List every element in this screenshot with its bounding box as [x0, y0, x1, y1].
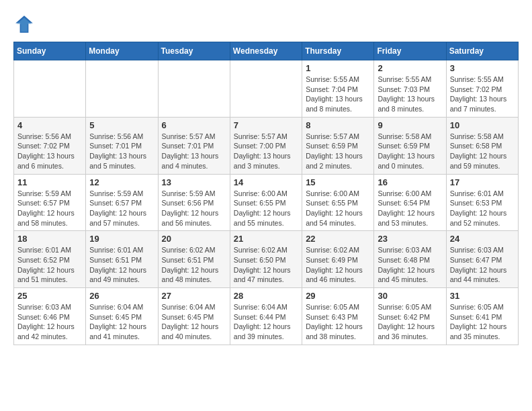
day-detail: Sunrise: 5:57 AM Sunset: 6:59 PM Dayligh… — [306, 132, 370, 171]
day-detail: Sunrise: 6:03 AM Sunset: 6:48 PM Dayligh… — [378, 245, 442, 285]
calendar-day: 17Sunrise: 6:01 AM Sunset: 6:53 PM Dayli… — [446, 174, 518, 231]
day-number: 20 — [162, 234, 226, 244]
calendar-table: SundayMondayTuesdayWednesdayThursdayFrid… — [13, 42, 519, 345]
calendar-day: 4Sunrise: 5:56 AM Sunset: 7:02 PM Daylig… — [14, 117, 86, 174]
day-detail: Sunrise: 6:05 AM Sunset: 6:43 PM Dayligh… — [306, 302, 370, 342]
calendar-day: 13Sunrise: 5:59 AM Sunset: 6:56 PM Dayli… — [158, 174, 230, 231]
calendar-day: 28Sunrise: 6:04 AM Sunset: 6:44 PM Dayli… — [230, 288, 302, 345]
day-number: 11 — [17, 177, 82, 187]
day-detail: Sunrise: 6:02 AM Sunset: 6:51 PM Dayligh… — [162, 245, 226, 285]
calendar-day: 19Sunrise: 6:01 AM Sunset: 6:51 PM Dayli… — [86, 231, 158, 288]
calendar-day: 8Sunrise: 5:57 AM Sunset: 6:59 PM Daylig… — [302, 117, 374, 174]
day-detail: Sunrise: 5:55 AM Sunset: 7:04 PM Dayligh… — [306, 75, 370, 114]
calendar-day: 27Sunrise: 6:04 AM Sunset: 6:45 PM Dayli… — [158, 288, 230, 345]
page-header — [13, 13, 519, 35]
calendar-day: 10Sunrise: 5:58 AM Sunset: 6:58 PM Dayli… — [446, 117, 518, 174]
day-number: 7 — [234, 120, 298, 130]
day-detail: Sunrise: 6:05 AM Sunset: 6:42 PM Dayligh… — [378, 302, 442, 342]
day-detail: Sunrise: 5:57 AM Sunset: 7:01 PM Dayligh… — [162, 132, 226, 171]
day-header-tuesday: Tuesday — [158, 42, 230, 60]
day-detail: Sunrise: 6:00 AM Sunset: 6:55 PM Dayligh… — [306, 189, 370, 228]
day-number: 26 — [89, 291, 154, 301]
day-detail: Sunrise: 6:03 AM Sunset: 6:46 PM Dayligh… — [17, 302, 82, 342]
calendar-week-3: 11Sunrise: 5:59 AM Sunset: 6:57 PM Dayli… — [14, 174, 519, 231]
day-number: 10 — [450, 120, 515, 130]
calendar-day: 3Sunrise: 5:55 AM Sunset: 7:02 PM Daylig… — [446, 60, 518, 118]
calendar-day: 5Sunrise: 5:56 AM Sunset: 7:01 PM Daylig… — [86, 117, 158, 174]
calendar-day: 6Sunrise: 5:57 AM Sunset: 7:01 PM Daylig… — [158, 117, 230, 174]
calendar-day: 26Sunrise: 6:04 AM Sunset: 6:45 PM Dayli… — [86, 288, 158, 345]
day-number: 9 — [378, 120, 442, 130]
day-number: 3 — [450, 63, 515, 73]
day-number: 6 — [162, 120, 226, 130]
calendar-week-5: 25Sunrise: 6:03 AM Sunset: 6:46 PM Dayli… — [14, 288, 519, 345]
day-detail: Sunrise: 6:02 AM Sunset: 6:49 PM Dayligh… — [306, 245, 370, 285]
day-header-wednesday: Wednesday — [230, 42, 302, 60]
day-detail: Sunrise: 5:59 AM Sunset: 6:57 PM Dayligh… — [89, 189, 154, 228]
day-header-thursday: Thursday — [302, 42, 374, 60]
day-detail: Sunrise: 5:58 AM Sunset: 6:58 PM Dayligh… — [450, 132, 515, 171]
day-header-sunday: Sunday — [14, 42, 86, 60]
svg-marker-1 — [17, 17, 32, 32]
calendar-day: 21Sunrise: 6:02 AM Sunset: 6:50 PM Dayli… — [230, 231, 302, 288]
day-number: 1 — [306, 63, 370, 73]
day-detail: Sunrise: 6:01 AM Sunset: 6:52 PM Dayligh… — [17, 245, 82, 285]
day-header-monday: Monday — [86, 42, 158, 60]
day-detail: Sunrise: 6:00 AM Sunset: 6:54 PM Dayligh… — [378, 189, 442, 228]
day-number: 18 — [17, 234, 82, 244]
day-number: 2 — [378, 63, 442, 73]
day-detail: Sunrise: 6:01 AM Sunset: 6:51 PM Dayligh… — [89, 245, 154, 285]
day-detail: Sunrise: 5:56 AM Sunset: 7:02 PM Dayligh… — [17, 132, 82, 171]
calendar-day: 1Sunrise: 5:55 AM Sunset: 7:04 PM Daylig… — [302, 60, 374, 118]
day-detail: Sunrise: 6:02 AM Sunset: 6:50 PM Dayligh… — [234, 245, 298, 285]
day-detail: Sunrise: 5:55 AM Sunset: 7:02 PM Dayligh… — [450, 75, 515, 114]
day-number: 12 — [89, 177, 154, 187]
calendar-week-2: 4Sunrise: 5:56 AM Sunset: 7:02 PM Daylig… — [14, 117, 519, 174]
calendar-day — [14, 60, 86, 118]
days-header-row: SundayMondayTuesdayWednesdayThursdayFrid… — [14, 42, 519, 60]
day-detail: Sunrise: 6:04 AM Sunset: 6:44 PM Dayligh… — [234, 302, 298, 342]
day-number: 21 — [234, 234, 298, 244]
day-detail: Sunrise: 6:04 AM Sunset: 6:45 PM Dayligh… — [89, 302, 154, 342]
day-number: 16 — [378, 177, 442, 187]
calendar-day: 31Sunrise: 6:05 AM Sunset: 6:41 PM Dayli… — [446, 288, 518, 345]
calendar-day: 24Sunrise: 6:03 AM Sunset: 6:47 PM Dayli… — [446, 231, 518, 288]
calendar-day: 18Sunrise: 6:01 AM Sunset: 6:52 PM Dayli… — [14, 231, 86, 288]
calendar-day: 20Sunrise: 6:02 AM Sunset: 6:51 PM Dayli… — [158, 231, 230, 288]
logo — [13, 13, 39, 35]
calendar-day: 9Sunrise: 5:58 AM Sunset: 6:59 PM Daylig… — [374, 117, 446, 174]
day-number: 19 — [89, 234, 154, 244]
calendar-day — [230, 60, 302, 118]
day-detail: Sunrise: 5:55 AM Sunset: 7:03 PM Dayligh… — [378, 75, 442, 114]
day-number: 8 — [306, 120, 370, 130]
day-detail: Sunrise: 6:00 AM Sunset: 6:55 PM Dayligh… — [234, 189, 298, 228]
day-number: 5 — [89, 120, 154, 130]
day-number: 13 — [162, 177, 226, 187]
calendar-day: 14Sunrise: 6:00 AM Sunset: 6:55 PM Dayli… — [230, 174, 302, 231]
day-number: 30 — [378, 291, 442, 301]
calendar-day — [86, 60, 158, 118]
day-number: 24 — [450, 234, 515, 244]
day-number: 27 — [162, 291, 226, 301]
day-header-friday: Friday — [374, 42, 446, 60]
day-detail: Sunrise: 6:04 AM Sunset: 6:45 PM Dayligh… — [162, 302, 226, 342]
calendar-day: 7Sunrise: 5:57 AM Sunset: 7:00 PM Daylig… — [230, 117, 302, 174]
logo-icon — [13, 13, 35, 35]
day-detail: Sunrise: 5:58 AM Sunset: 6:59 PM Dayligh… — [378, 132, 442, 171]
day-number: 22 — [306, 234, 370, 244]
day-detail: Sunrise: 6:05 AM Sunset: 6:41 PM Dayligh… — [450, 302, 515, 342]
day-number: 25 — [17, 291, 82, 301]
calendar-day: 11Sunrise: 5:59 AM Sunset: 6:57 PM Dayli… — [14, 174, 86, 231]
day-number: 28 — [234, 291, 298, 301]
day-number: 31 — [450, 291, 515, 301]
day-number: 15 — [306, 177, 370, 187]
calendar-day: 29Sunrise: 6:05 AM Sunset: 6:43 PM Dayli… — [302, 288, 374, 345]
day-detail: Sunrise: 5:59 AM Sunset: 6:56 PM Dayligh… — [162, 189, 226, 228]
calendar-day: 15Sunrise: 6:00 AM Sunset: 6:55 PM Dayli… — [302, 174, 374, 231]
calendar-day: 12Sunrise: 5:59 AM Sunset: 6:57 PM Dayli… — [86, 174, 158, 231]
day-number: 17 — [450, 177, 515, 187]
day-detail: Sunrise: 5:59 AM Sunset: 6:57 PM Dayligh… — [17, 189, 82, 228]
day-detail: Sunrise: 5:57 AM Sunset: 7:00 PM Dayligh… — [234, 132, 298, 171]
day-number: 4 — [17, 120, 82, 130]
day-number: 23 — [378, 234, 442, 244]
